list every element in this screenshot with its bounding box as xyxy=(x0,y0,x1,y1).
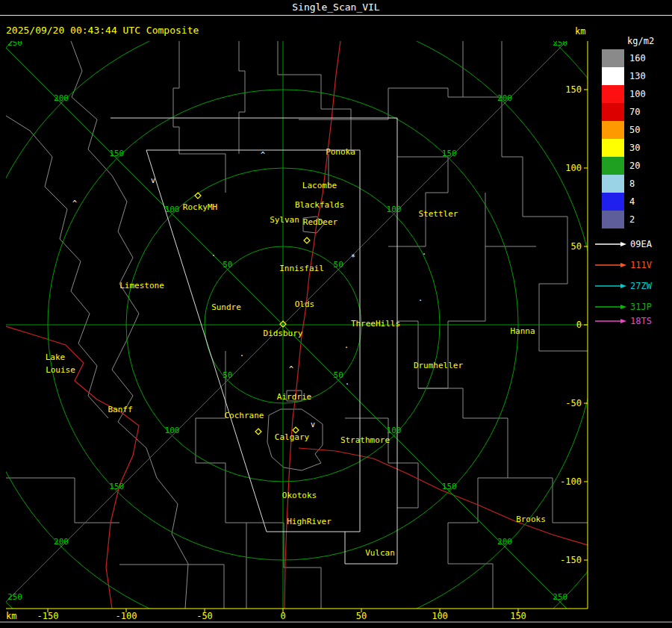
colorbar-value: 100 xyxy=(629,89,646,99)
town-label-stettler: Stettler xyxy=(419,209,458,219)
range-label: 250 xyxy=(553,592,567,602)
station-id: 18TS xyxy=(630,316,652,326)
radar-site-marker xyxy=(304,237,310,243)
boundary-line xyxy=(388,41,502,97)
right-tick-label: -100 xyxy=(560,476,582,487)
range-label: 100 xyxy=(165,426,180,435)
station-id: 31JP xyxy=(630,302,652,312)
colorbar-swatch xyxy=(602,67,624,85)
town-label-blackfalds: Blackfalds xyxy=(295,200,344,210)
range-label: 50 xyxy=(334,370,343,380)
map-symbol: ^ xyxy=(261,151,265,159)
colorbar-value: 130 xyxy=(629,71,646,81)
town-label-drumheller: Drumheller xyxy=(414,361,464,370)
colorbar-value: 50 xyxy=(629,125,640,135)
map-symbol: ^ xyxy=(289,365,293,373)
range-label: 50 xyxy=(334,260,343,270)
radar-viewer-window: Single_Scan_VIL 2025/09/20 00:43:44 UTC … xyxy=(0,0,672,628)
boundary-line xyxy=(239,41,245,154)
town-label-limestone: Limestone xyxy=(119,281,164,290)
range-label: 200 xyxy=(497,537,512,547)
station-arrow-head-icon xyxy=(620,305,626,309)
right-tick-label: -50 xyxy=(565,398,582,408)
colorbar-swatch xyxy=(602,139,624,157)
map-symbol: · xyxy=(422,250,426,258)
boundary-line xyxy=(502,97,588,351)
colorbar-swatch xyxy=(602,211,624,228)
boundary-line xyxy=(173,41,225,193)
town-label-hanna: Hanna xyxy=(510,326,535,336)
station-id: 111V xyxy=(630,260,652,270)
right-tick-label: -150 xyxy=(560,555,582,565)
azimuth-line-315 xyxy=(0,8,283,325)
town-label-sundre: Sundre xyxy=(211,302,241,312)
range-label: 100 xyxy=(165,205,180,214)
right-tick-label: 0 xyxy=(576,320,582,330)
range-label: 150 xyxy=(442,149,457,158)
bottom-tick-label: -100 xyxy=(116,611,137,621)
town-label-didsbury: Didsbury xyxy=(264,329,303,338)
radar-map-canvas[interactable]: 5010015020025050100150200250501001502002… xyxy=(0,0,672,628)
town-label-olds: Olds xyxy=(295,299,315,309)
colorbar-legend: kg/m21601301007050302084209EA111V27ZW31J… xyxy=(595,36,654,326)
colorbar-swatch xyxy=(602,157,624,175)
colorbar-swatch xyxy=(602,103,624,121)
range-label: 150 xyxy=(442,482,457,491)
town-label-ponoka: Ponoka xyxy=(326,147,355,157)
range-label: 250 xyxy=(7,38,22,48)
range-label: 250 xyxy=(7,592,22,602)
bottom-tick-label: 100 xyxy=(432,611,448,621)
bottom-tick-label: 0 xyxy=(280,611,285,621)
boundary-line xyxy=(246,523,321,609)
radar-site-marker xyxy=(255,429,261,435)
boundary-line xyxy=(397,321,418,388)
station-arrow-head-icon xyxy=(620,284,626,288)
range-label: 100 xyxy=(387,426,402,435)
map-symbol: · xyxy=(240,352,244,360)
station-arrow-head-icon xyxy=(620,319,626,323)
colorbar-swatch xyxy=(602,121,624,139)
right-tick-label: 150 xyxy=(565,84,582,95)
right-tick-label: 100 xyxy=(565,163,582,173)
azimuth-line-225 xyxy=(0,325,283,628)
town-label-highriver: HighRiver xyxy=(287,517,332,526)
right-axis-unit: km xyxy=(575,26,585,37)
map-symbol: v xyxy=(311,420,315,429)
colorbar-value: 160 xyxy=(629,53,646,63)
town-label-calgary: Calgary xyxy=(275,432,310,442)
colorbar-value: 2 xyxy=(629,214,635,225)
boundary-line xyxy=(119,565,224,609)
bottom-axis-unit: km xyxy=(6,611,16,621)
colorbar-swatch xyxy=(602,49,624,67)
colorbar-unit: kg/m2 xyxy=(627,36,654,46)
station-arrow-head-icon xyxy=(620,242,626,246)
boundary-line xyxy=(351,88,388,119)
station-arrow-head-icon xyxy=(620,263,626,267)
range-label: 50 xyxy=(223,370,232,380)
town-label-banff: Banff xyxy=(108,405,132,414)
town-label-cochrane: Cochrane xyxy=(225,411,264,420)
town-label-lacombe: Lacombe xyxy=(302,181,337,190)
station-id: 09EA xyxy=(630,239,653,249)
town-label-threehills: ThreeHills xyxy=(351,319,400,329)
town-label-strathmore: Strathmore xyxy=(340,435,390,445)
colorbar-value: 20 xyxy=(629,161,640,171)
range-label: 200 xyxy=(497,93,512,103)
colorbar-value: 8 xyxy=(629,178,635,189)
bottom-tick-label: 150 xyxy=(510,611,526,621)
colorbar-swatch xyxy=(602,193,624,211)
map-symbol: · xyxy=(344,343,349,352)
range-label: 100 xyxy=(387,205,402,214)
town-label-innisfail: Innisfail xyxy=(279,264,324,273)
colorbar-value: 4 xyxy=(629,196,635,207)
town-label-vulcan: Vulcan xyxy=(365,548,395,558)
bottom-tick-label: -150 xyxy=(37,611,59,621)
colorbar-swatch xyxy=(602,85,624,103)
map-symbol: v xyxy=(151,176,155,184)
range-label: 250 xyxy=(553,38,567,48)
range-label: 200 xyxy=(54,93,69,103)
range-ring-200 xyxy=(0,11,597,628)
town-label-lake: Lake xyxy=(46,352,66,362)
bottom-tick-label: 50 xyxy=(356,611,367,621)
bottom-tick-label: -50 xyxy=(196,611,213,621)
